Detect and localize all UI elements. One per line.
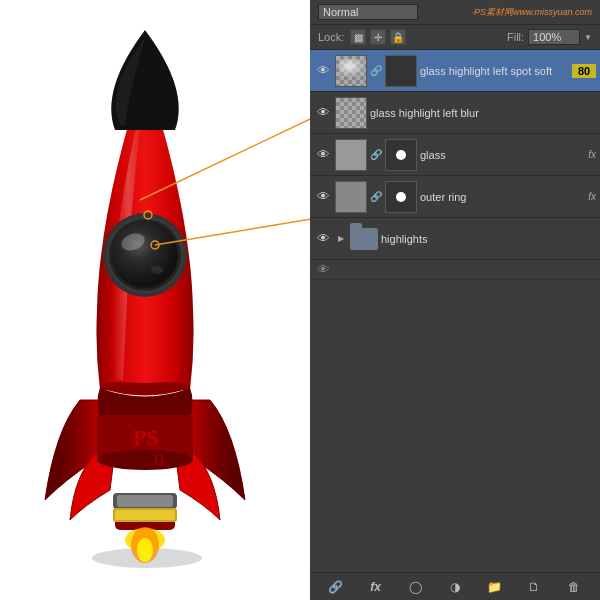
blend-mode-bar: Normal ·PS素材网www.missyuan.com	[310, 0, 600, 25]
layers-panel: Normal ·PS素材网www.missyuan.com Lock: ▩ ✛ …	[310, 0, 600, 600]
svg-text:D: D	[153, 451, 165, 468]
lock-all-btn[interactable]: 🔒	[390, 29, 406, 45]
svg-text:PS: PS	[133, 425, 159, 450]
layer-row[interactable]: 👁 glass highlight left blur	[310, 92, 600, 134]
layer-name: outer ring	[420, 191, 581, 203]
folder-arrow-icon[interactable]: ▶	[335, 233, 347, 245]
chain-link-icon: 🔗	[370, 55, 382, 87]
fx-label: fx	[588, 191, 596, 202]
fill-area: Fill: ▼	[507, 29, 592, 45]
layer-mask-thumbnail	[385, 55, 417, 87]
chain-link-icon: 🔗	[370, 139, 382, 171]
add-adjustment-icon[interactable]: ◑	[445, 577, 465, 597]
fill-arrow-icon: ▼	[584, 33, 592, 42]
lock-pixel-icon: ▩	[354, 32, 363, 43]
left-panel: PS D	[0, 0, 310, 600]
layer-row[interactable]: 👁 🔗 glass highlight left spot soft 80	[310, 50, 600, 92]
eye-visibility-icon[interactable]: 👁	[314, 230, 332, 248]
delete-layer-icon[interactable]: 🗑	[564, 577, 584, 597]
eye-visibility-icon[interactable]: 👁	[314, 261, 332, 279]
layer-name: glass highlight left blur	[370, 107, 596, 119]
eye-visibility-icon[interactable]: 👁	[314, 146, 332, 164]
lock-fill-bar: Lock: ▩ ✛ 🔒 Fill: ▼	[310, 25, 600, 50]
layer-row[interactable]: 👁 🔗 outer ring fx	[310, 176, 600, 218]
fx-label: fx	[588, 149, 596, 160]
layer-thumbnail	[335, 55, 367, 87]
lock-pixel-btn[interactable]: ▩	[350, 29, 366, 45]
layer-thumbnail	[335, 97, 367, 129]
new-folder-icon[interactable]: 📁	[485, 577, 505, 597]
lock-icons: ▩ ✛ 🔒	[350, 29, 406, 45]
layer-row[interactable]: 👁 ▶ highlights	[310, 218, 600, 260]
layer-name: glass highlight left spot soft	[420, 65, 569, 77]
rocket-illustration: PS D	[5, 10, 285, 580]
fill-label: Fill:	[507, 31, 524, 43]
fill-input[interactable]	[528, 29, 580, 45]
lock-move-btn[interactable]: ✛	[370, 29, 386, 45]
svg-point-19	[151, 266, 163, 274]
layer-row[interactable]: 👁 🔗 glass fx	[310, 134, 600, 176]
layers-bottom-toolbar: 🔗 fx ◯ ◑ 📁 🗋 🗑	[310, 572, 600, 600]
lock-all-icon: 🔒	[392, 32, 404, 43]
add-mask-icon[interactable]: ◯	[405, 577, 425, 597]
lock-label: Lock:	[318, 31, 344, 43]
eye-visibility-icon[interactable]: 👁	[314, 104, 332, 122]
layer-row[interactable]: 👁	[310, 260, 600, 280]
folder-thumbnail	[350, 228, 378, 250]
svg-rect-3	[117, 495, 173, 507]
svg-rect-5	[115, 510, 175, 520]
add-fx-icon[interactable]: fx	[366, 577, 386, 597]
new-layer-icon[interactable]: 🗋	[524, 577, 544, 597]
svg-point-8	[137, 538, 153, 562]
eye-visibility-icon[interactable]: 👁	[314, 188, 332, 206]
layer-thumbnail	[335, 139, 367, 171]
watermark-text: ·PS素材网www.missyuan.com	[471, 6, 592, 19]
layer-thumbnail	[335, 181, 367, 213]
layer-name: glass	[420, 149, 581, 161]
link-layers-icon[interactable]: 🔗	[326, 577, 346, 597]
layer-mask-thumbnail	[385, 181, 417, 213]
blend-mode-select[interactable]: Normal	[318, 4, 418, 20]
lock-move-icon: ✛	[374, 32, 382, 43]
opacity-badge: 80	[572, 64, 596, 78]
layer-name: highlights	[381, 233, 596, 245]
svg-point-17	[112, 222, 178, 288]
layer-mask-thumbnail	[385, 139, 417, 171]
eye-visibility-icon[interactable]: 👁	[314, 62, 332, 80]
svg-point-11	[97, 450, 193, 470]
chain-link-icon: 🔗	[370, 181, 382, 213]
